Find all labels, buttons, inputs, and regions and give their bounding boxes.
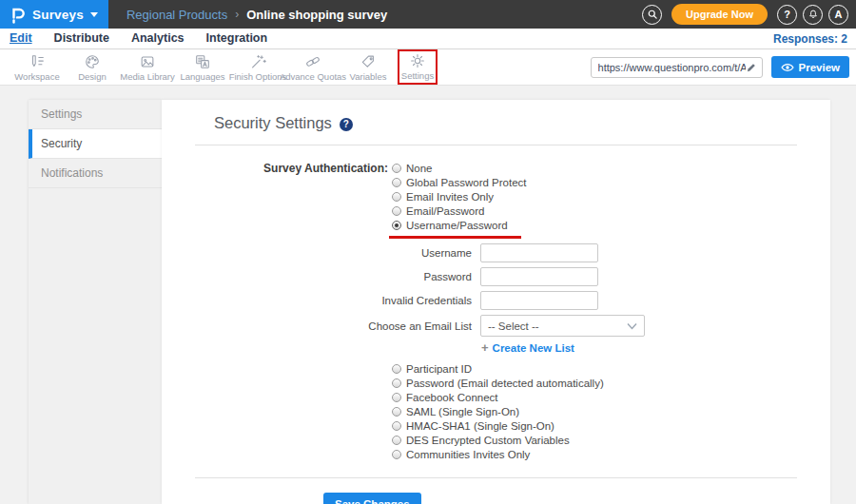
chevron-down-icon [90, 12, 98, 17]
radio-icon [392, 393, 401, 402]
tag-icon [359, 53, 378, 70]
settings-highlight-box: Settings [398, 49, 438, 85]
more-auth-options-group: Participant ID Password (Email detected … [392, 361, 797, 461]
toolbar-item-media-library[interactable]: Media Library [120, 53, 175, 82]
radio-icon [392, 378, 401, 388]
radio-username-password[interactable]: Username/Password [392, 218, 527, 232]
radio-facebook-connect[interactable]: Facebook Connect [392, 390, 797, 404]
chevron-down-icon [627, 322, 637, 330]
chain-links-icon [303, 53, 322, 70]
security-settings-panel: Security Settings ? Survey Authenticatio… [162, 100, 830, 504]
questionpro-logo-icon [10, 6, 26, 24]
translate-icon [193, 53, 212, 70]
toolbar-item-workspace[interactable]: Workspace [10, 53, 65, 82]
radio-hmac-sha1[interactable]: HMAC-SHA1 (Single Sign-On) [392, 418, 797, 433]
selected-option-underline-annotation [389, 236, 521, 239]
radio-icon [392, 178, 401, 187]
tab-distribute[interactable]: Distribute [54, 31, 109, 46]
password-label: Password [195, 271, 477, 282]
responses-count-link[interactable]: Responses: 2 [773, 32, 847, 46]
survey-url-box [591, 57, 763, 78]
radio-password-email-detected[interactable]: Password (Email detected automatically) [392, 376, 797, 390]
right-gutter [830, 100, 856, 504]
username-field[interactable] [480, 243, 598, 262]
content-area: Settings Security Notifications Security… [0, 86, 856, 504]
radio-email-invites-only[interactable]: Email Invites Only [392, 189, 527, 204]
radio-communities-invites-only[interactable]: Communities Invites Only [392, 447, 797, 461]
breadcrumb-survey-title: Online shopping survey [246, 8, 387, 22]
plus-icon: + [481, 343, 489, 353]
radio-icon [392, 364, 401, 374]
topbar-actions: Upgrade Now ? A [642, 4, 856, 25]
toolbar-item-advance-quotas[interactable]: Advance Quotas [285, 53, 340, 82]
username-label: Username [195, 247, 477, 259]
survey-url-input[interactable] [598, 62, 746, 73]
toolbar-right: Preview [591, 56, 856, 78]
radio-des-encrypted[interactable]: DES Encrypted Custom Variables [392, 433, 797, 447]
radio-icon-selected [392, 221, 401, 230]
survey-authentication-label: Survey Authentication: [195, 161, 388, 232]
palette-icon [83, 53, 102, 70]
upgrade-now-button[interactable]: Upgrade Now [671, 4, 768, 25]
breadcrumb-separator: › [235, 8, 239, 21]
divider [195, 145, 797, 145]
radio-icon [392, 450, 401, 459]
top-bar: Surveys Regional Products › Online shopp… [0, 0, 856, 29]
search-icon [647, 9, 658, 20]
breadcrumb-folder[interactable]: Regional Products [126, 8, 227, 22]
gear-icon [408, 52, 427, 69]
notifications-button[interactable] [803, 5, 823, 25]
survey-nav-bar: Edit Distribute Analytics Integration Re… [0, 29, 856, 49]
tab-analytics[interactable]: Analytics [131, 31, 185, 46]
create-new-list-link[interactable]: + Create New List [481, 342, 797, 354]
product-name: Surveys [32, 8, 84, 22]
save-changes-button[interactable]: Save Changes [323, 493, 421, 504]
toolbar-item-design[interactable]: Design [65, 53, 120, 82]
auth-options-group: None Global Password Protect Email Invit… [392, 161, 527, 232]
toolbar-item-settings[interactable]: Settings [402, 52, 433, 81]
sidebar-item-security[interactable]: Security [29, 129, 162, 159]
radio-icon [392, 407, 401, 417]
magic-wand-icon [248, 53, 267, 70]
radio-icon [392, 421, 401, 431]
sidebar-item-notifications[interactable]: Notifications [29, 159, 162, 188]
surveys-product-menu[interactable]: Surveys [0, 0, 108, 29]
eye-icon [781, 63, 794, 72]
settings-sidebar: Settings Security Notifications [29, 100, 162, 504]
help-button[interactable]: ? [777, 5, 797, 25]
invalid-credentials-field[interactable] [480, 291, 598, 310]
left-gutter [0, 100, 29, 504]
tab-edit[interactable]: Edit [10, 31, 32, 46]
radio-icon [392, 206, 401, 216]
toolbar-item-finish-options[interactable]: Finish Options [230, 53, 285, 82]
account-avatar[interactable]: A [828, 5, 848, 25]
page-title: Security Settings [214, 114, 332, 132]
radio-icon [392, 436, 401, 445]
password-field[interactable] [480, 267, 598, 286]
bell-icon [807, 9, 819, 20]
radio-email-password[interactable]: Email/Password [392, 204, 527, 218]
image-icon [138, 53, 157, 70]
radio-none[interactable]: None [392, 161, 527, 175]
radio-participant-id[interactable]: Participant ID [392, 361, 797, 376]
email-list-select[interactable]: -- Select -- [480, 315, 645, 337]
edit-pencil-icon[interactable] [746, 62, 757, 73]
invalid-credentials-label: Invalid Credentials [195, 295, 477, 306]
toolbar-item-variables[interactable]: Variables [340, 53, 396, 82]
workspace-icon [28, 53, 47, 70]
radio-saml[interactable]: SAML (Single Sign-On) [392, 404, 797, 418]
radio-icon [392, 164, 401, 173]
sidebar-item-settings[interactable]: Settings [29, 100, 162, 129]
tab-integration[interactable]: Integration [206, 31, 268, 46]
radio-global-password-protect[interactable]: Global Password Protect [392, 175, 527, 189]
divider [195, 477, 797, 478]
email-list-label: Choose an Email List [195, 320, 477, 332]
breadcrumb: Regional Products › Online shopping surv… [126, 8, 387, 22]
preview-button[interactable]: Preview [771, 56, 849, 78]
toolbar-item-languages[interactable]: Languages [175, 53, 230, 82]
radio-icon [392, 192, 401, 202]
edit-toolbar: Workspace Design Media Library Languages… [0, 49, 856, 86]
section-help-icon[interactable]: ? [340, 118, 353, 131]
search-button[interactable] [642, 5, 662, 25]
